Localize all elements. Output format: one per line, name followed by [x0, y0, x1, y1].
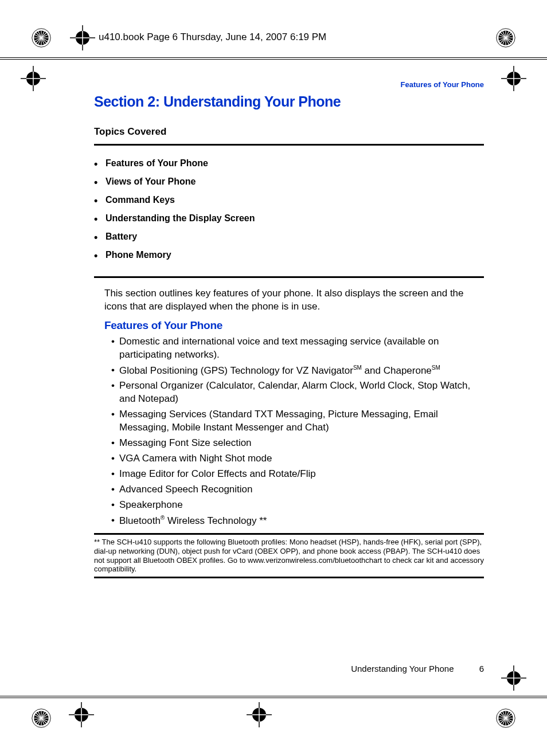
feature-text: Image Editor for Color Effects and Rotat…	[119, 468, 316, 479]
crosshair-icon	[69, 702, 94, 727]
page-number: 6	[479, 664, 484, 673]
divider	[94, 144, 484, 146]
bottom-crop-line	[0, 696, 547, 698]
chapter-name: Understanding Your Phone	[351, 664, 454, 673]
feature-item: •Domestic and international voice and te…	[111, 335, 484, 362]
feature-item: •VGA Camera with Night Shot mode	[111, 452, 484, 465]
feature-text: Wireless Technology **	[165, 515, 267, 526]
divider	[94, 276, 484, 278]
features-list: •Domestic and international voice and te…	[111, 335, 484, 528]
top-crop-line	[0, 57, 547, 60]
topic-item: Views of Your Phone	[94, 177, 484, 187]
feature-item: •Speakerphone	[111, 499, 484, 512]
feature-text: and Chaperone	[362, 365, 432, 375]
registration-mark-icon	[31, 708, 52, 728]
page-container: u410.book Page 6 Thursday, June 14, 2007…	[0, 0, 547, 756]
feature-text: Messaging Services (Standard TXT Messagi…	[119, 409, 438, 433]
feature-text: Speakerphone	[119, 499, 183, 510]
superscript: SM	[432, 365, 440, 371]
topic-item: Phone Memory	[94, 250, 484, 260]
feature-item: •Advanced Speech Recognition	[111, 483, 484, 496]
crosshair-icon	[501, 665, 526, 691]
feature-item: •Messaging Font Size selection	[111, 437, 484, 450]
page-footer: Understanding Your Phone 6	[351, 664, 484, 673]
registration-mark-icon	[31, 28, 52, 48]
topic-item: Command Keys	[94, 195, 484, 205]
file-header-text: u410.book Page 6 Thursday, June 14, 2007…	[99, 32, 326, 43]
registration-mark-icon	[495, 28, 516, 48]
features-heading: Features of Your Phone	[104, 319, 484, 332]
topic-item: Battery	[94, 232, 484, 242]
crosshair-icon	[247, 702, 272, 727]
feature-item: •Image Editor for Color Effects and Rota…	[111, 468, 484, 481]
feature-item: •Messaging Services (Standard TXT Messag…	[111, 408, 484, 434]
feature-text: Personal Organizer (Calculator, Calendar…	[119, 380, 470, 404]
section-title: Section 2: Understanding Your Phone	[94, 93, 484, 110]
registration-mark-icon	[495, 708, 516, 728]
feature-text: VGA Camera with Night Shot mode	[119, 453, 272, 464]
superscript: SM	[353, 365, 362, 371]
feature-item: •Bluetooth® Wireless Technology **	[111, 514, 484, 528]
feature-item: • Personal Organizer (Calculator, Calend…	[111, 379, 484, 406]
crosshair-icon	[70, 25, 95, 50]
intro-paragraph: This section outlines key features of yo…	[104, 287, 484, 314]
footnote: ** The SCH-u410 supports the following B…	[94, 538, 484, 573]
content-area: Features of Your Phone Section 2: Unders…	[94, 80, 484, 578]
topic-item: Features of Your Phone	[94, 158, 484, 169]
feature-text: Messaging Font Size selection	[119, 437, 252, 448]
section-label: Features of Your Phone	[94, 80, 484, 89]
feature-item: •Global Positioning (GPS) Technology for…	[111, 364, 484, 378]
divider	[94, 577, 484, 578]
crosshair-icon	[21, 66, 46, 91]
topic-item: Understanding the Display Screen	[94, 213, 484, 224]
feature-text: Bluetooth	[119, 515, 161, 526]
feature-text: Domestic and international voice and tex…	[119, 336, 439, 360]
divider	[94, 533, 484, 535]
crosshair-icon	[501, 66, 526, 91]
feature-text: Global Positioning (GPS) Technology for …	[119, 365, 353, 375]
feature-text: Advanced Speech Recognition	[119, 484, 253, 495]
topics-list: Features of Your Phone Views of Your Pho…	[94, 158, 484, 260]
topics-covered-header: Topics Covered	[94, 126, 484, 138]
